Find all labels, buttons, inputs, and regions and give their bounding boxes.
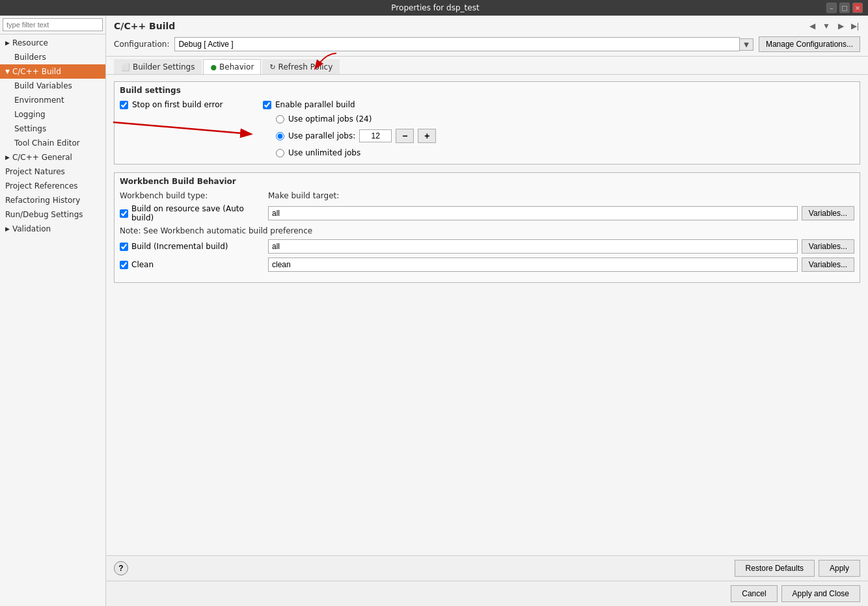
config-select[interactable]: Debug [ Active ] (174, 37, 740, 51)
use-optimal-radio[interactable] (276, 115, 284, 124)
apply-button[interactable]: Apply (819, 560, 860, 577)
clean-checkbox[interactable] (120, 261, 128, 269)
sidebar-item-builders[interactable]: Builders (0, 50, 105, 64)
incremental-label: Build (Incremental build) (131, 242, 228, 251)
builder-settings-icon: ⬜ (121, 63, 130, 72)
build-settings-section: Build settings Stop on first build error (114, 81, 860, 165)
clean-variables-button[interactable]: Variables... (802, 257, 854, 272)
use-unlimited-row: Use unlimited jobs (263, 148, 854, 157)
wb-note: Note: See Workbench automatic build pref… (120, 226, 854, 235)
sidebar-item-resource[interactable]: ▶ Resource (0, 36, 105, 50)
use-parallel-row: Use parallel jobs: − + (263, 129, 854, 143)
wb-header-row: Workbench build type: Make build target: (120, 191, 854, 200)
window-title: Properties for dsp_test (44, 3, 826, 12)
parallel-jobs-input[interactable] (359, 129, 392, 142)
sidebar-nav: ▶ Resource Builders ▼ C/C++ Build Build … (0, 34, 105, 606)
wb-clean-row: Clean Variables... (120, 257, 854, 272)
tabs-container: ⬜ Builder Settings ● Behavior ↻ Refresh … (106, 57, 868, 75)
close-button[interactable]: ✕ (852, 3, 863, 13)
sidebar-item-build-variables[interactable]: Build Variables (0, 79, 105, 93)
enable-parallel-row: Enable parallel build (263, 100, 854, 109)
config-label: Configuration: (114, 40, 169, 49)
enable-parallel-label: Enable parallel build (275, 100, 355, 109)
auto-build-checkbox[interactable] (120, 209, 128, 218)
select-arrow-icon[interactable]: ▼ (740, 38, 753, 51)
build-settings-title: Build settings (115, 82, 860, 98)
minimize-button[interactable]: – (826, 3, 837, 13)
bottom-bar: ? Restore Defaults Apply (106, 555, 868, 581)
behavior-icon: ● (210, 63, 217, 72)
manage-configurations-button[interactable]: Manage Configurations... (759, 36, 860, 52)
sidebar-item-cpp-general[interactable]: ▶ C/C++ General (0, 150, 105, 165)
maximize-button[interactable]: □ (839, 3, 850, 13)
help-button[interactable]: ? (114, 561, 128, 575)
arrow-icon-general: ▶ (5, 154, 10, 161)
sidebar-item-tool-chain-editor[interactable]: Tool Chain Editor (0, 136, 105, 150)
incremental-variables-button[interactable]: Variables... (802, 239, 854, 254)
sidebar-item-validation[interactable]: ▶ Validation (0, 222, 105, 236)
sidebar-item-run-debug[interactable]: Run/Debug Settings (0, 207, 105, 222)
sidebar-item-settings[interactable]: Settings (0, 122, 105, 136)
auto-build-label: Build on resource save (Auto build) (131, 204, 263, 222)
forward-button[interactable]: ▶ (834, 20, 847, 33)
config-row: Configuration: Debug [ Active ] ▼ Manage… (114, 36, 860, 52)
apply-and-close-button[interactable]: Apply and Close (781, 585, 860, 602)
wb-incremental-row: Build (Incremental build) Variables... (120, 239, 854, 254)
clean-input[interactable] (268, 257, 798, 272)
sidebar-item-project-references[interactable]: Project References (0, 179, 105, 193)
arrow-icon-cpp: ▼ (5, 68, 10, 75)
tab-builder-settings[interactable]: ⬜ Builder Settings (114, 59, 202, 74)
use-parallel-label: Use parallel jobs: (288, 131, 355, 140)
title-bar: Properties for dsp_test – □ ✕ (0, 0, 868, 16)
use-optimal-row: Use optimal jobs (24) (263, 114, 854, 124)
forward-button-2[interactable]: ▶| (848, 20, 861, 33)
cancel-button[interactable]: Cancel (731, 585, 777, 602)
sidebar: ▶ Resource Builders ▼ C/C++ Build Build … (0, 16, 106, 606)
dropdown-button[interactable]: ▼ (820, 20, 833, 33)
config-select-container: Debug [ Active ] ▼ (174, 37, 753, 51)
jobs-increment-button[interactable]: + (418, 129, 436, 143)
sidebar-item-refactoring-history[interactable]: Refactoring History (0, 193, 105, 207)
wb-auto-build-row: Build on resource save (Auto build) Vari… (120, 204, 854, 222)
tab-behavior[interactable]: ● Behavior (203, 59, 261, 74)
enable-parallel-checkbox[interactable] (263, 101, 271, 109)
use-parallel-radio[interactable] (276, 132, 284, 140)
arrow-icon: ▶ (5, 40, 10, 46)
page-title: C/C++ Build (114, 21, 860, 31)
wb-target-header: Make build target: (268, 191, 854, 200)
use-unlimited-label: Use unlimited jobs (288, 148, 360, 157)
wb-type-header: Workbench build type: (120, 191, 263, 200)
use-optimal-label: Use optimal jobs (24) (288, 114, 372, 124)
panel-content: Build settings Stop on first build error (106, 75, 868, 555)
filter-input[interactable] (3, 18, 103, 31)
stop-on-error-row: Stop on first build error (120, 100, 250, 109)
jobs-decrement-button[interactable]: − (396, 129, 414, 143)
clean-label: Clean (131, 260, 154, 269)
restore-defaults-button[interactable]: Restore Defaults (735, 560, 815, 577)
use-unlimited-radio[interactable] (276, 149, 284, 157)
content-area: C/C++ Build ◀ ▼ ▶ ▶| Configuration: Debu… (106, 16, 868, 606)
stop-on-error-label: Stop on first build error (132, 100, 223, 109)
filter-container (0, 16, 105, 34)
stop-on-error-checkbox[interactable] (120, 101, 128, 109)
sidebar-item-logging[interactable]: Logging (0, 107, 105, 122)
content-header: C/C++ Build ◀ ▼ ▶ ▶| Configuration: Debu… (106, 16, 868, 57)
sidebar-item-project-natures[interactable]: Project Natures (0, 165, 105, 179)
refresh-icon: ↻ (269, 63, 275, 72)
auto-build-input[interactable] (268, 206, 798, 220)
arrow-icon-validation: ▶ (5, 226, 10, 232)
incremental-input[interactable] (268, 239, 798, 254)
tab-refresh-policy[interactable]: ↻ Refresh Policy (262, 59, 340, 74)
workbench-section: Workbench Build Behavior Workbench build… (114, 172, 860, 283)
sidebar-item-cpp-build[interactable]: ▼ C/C++ Build (0, 64, 105, 79)
sidebar-item-environment[interactable]: Environment (0, 93, 105, 107)
back-button[interactable]: ◀ (806, 20, 819, 33)
incremental-checkbox[interactable] (120, 243, 128, 251)
workbench-title: Workbench Build Behavior (115, 173, 860, 189)
auto-build-variables-button[interactable]: Variables... (802, 206, 854, 220)
